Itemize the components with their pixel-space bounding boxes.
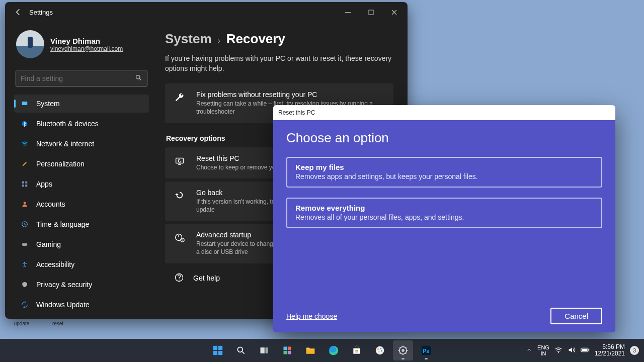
store-button[interactable] xyxy=(347,340,367,360)
sidebar-item-update[interactable]: Windows Update xyxy=(14,296,149,314)
sidebar-item-label: Apps xyxy=(36,180,52,188)
option-desc: Removes apps and settings, but keeps you… xyxy=(295,172,593,180)
search-input[interactable] xyxy=(21,74,135,82)
sidebar-item-apps[interactable]: Apps xyxy=(14,175,149,193)
option-desc: Removes all of your personal files, apps… xyxy=(295,213,593,221)
search-box[interactable] xyxy=(15,70,148,86)
svg-text:Ps: Ps xyxy=(423,348,430,354)
dialog-titlebar: Reset this PC xyxy=(273,105,615,120)
svg-point-38 xyxy=(377,348,379,350)
breadcrumb: System › Recovery xyxy=(165,31,393,47)
language-indicator[interactable]: ENGIN xyxy=(537,344,549,356)
svg-rect-29 xyxy=(288,351,291,354)
svg-point-37 xyxy=(376,346,384,355)
notification-badge[interactable]: 3 xyxy=(630,346,639,355)
svg-rect-1 xyxy=(369,10,373,15)
account-block[interactable]: Viney Dhiman vineydhiman@hotmail.com xyxy=(14,27,149,65)
account-name: Viney Dhiman xyxy=(50,37,123,45)
svg-point-40 xyxy=(381,350,382,352)
svg-point-4 xyxy=(22,121,28,127)
sidebar-item-bluetooth[interactable]: Bluetooth & devices xyxy=(14,115,149,133)
sidebar-item-time[interactable]: Time & language xyxy=(14,215,149,233)
card-title: Fix problems without resetting your PC xyxy=(196,90,384,99)
close-button[interactable] xyxy=(382,4,406,20)
chevron-right-icon: › xyxy=(218,36,220,45)
paint-button[interactable] xyxy=(370,340,390,360)
photoshop-button[interactable]: Ps xyxy=(416,340,436,360)
help-icon xyxy=(174,273,184,284)
sidebar-item-system[interactable]: System xyxy=(14,95,149,113)
svg-rect-21 xyxy=(213,351,217,355)
svg-rect-6 xyxy=(25,182,27,184)
breadcrumb-root[interactable]: System xyxy=(165,31,212,47)
svg-rect-20 xyxy=(218,346,222,350)
titlebar: Settings xyxy=(5,2,408,22)
system-tray: ENGIN 5:56 PM12/21/2021 3 xyxy=(526,344,644,357)
widgets-button[interactable] xyxy=(277,340,297,360)
svg-rect-30 xyxy=(306,349,315,353)
clock-icon xyxy=(20,220,29,229)
settings-taskbar-button[interactable] xyxy=(393,340,413,360)
svg-rect-25 xyxy=(266,347,268,353)
page-description: If you're having problems with your PC o… xyxy=(165,54,393,73)
svg-point-18 xyxy=(179,280,180,281)
bluetooth-icon xyxy=(20,119,29,128)
sidebar-item-label: Accounts xyxy=(36,200,65,208)
desktop-icon-update[interactable]: update xyxy=(9,321,34,326)
gamepad-icon xyxy=(20,240,29,249)
task-view-button[interactable] xyxy=(254,340,274,360)
reset-icon xyxy=(174,154,187,169)
svg-point-41 xyxy=(378,351,380,352)
option-title: Keep my files xyxy=(295,163,593,171)
sidebar-item-label: System xyxy=(36,100,60,108)
dialog-heading: Choose an option xyxy=(286,130,602,146)
option-remove-everything[interactable]: Remove everything Removes all of your pe… xyxy=(286,198,602,228)
maximize-button[interactable] xyxy=(359,4,382,20)
back-button[interactable] xyxy=(10,4,26,20)
search-button[interactable] xyxy=(231,340,251,360)
wifi-icon xyxy=(20,139,29,148)
svg-point-16 xyxy=(182,240,183,241)
tray-chevron-icon[interactable] xyxy=(526,347,532,354)
cancel-button[interactable]: Cancel xyxy=(550,308,602,324)
svg-rect-19 xyxy=(213,346,217,350)
sidebar-item-label: Accessibility xyxy=(36,260,74,268)
avatar xyxy=(16,30,44,58)
svg-point-12 xyxy=(24,262,25,263)
svg-point-9 xyxy=(24,202,26,204)
brush-icon xyxy=(20,159,29,168)
start-button[interactable] xyxy=(208,340,228,360)
svg-rect-3 xyxy=(22,102,28,105)
sidebar-item-label: Time & language xyxy=(36,220,89,228)
sidebar-item-privacy[interactable]: Privacy & security xyxy=(14,276,149,294)
sidebar-item-accessibility[interactable]: Accessibility xyxy=(14,255,149,274)
sidebar-item-personalization[interactable]: Personalization xyxy=(14,155,149,173)
wrench-icon xyxy=(174,90,187,105)
option-keep-files[interactable]: Keep my files Removes apps and settings,… xyxy=(286,157,602,188)
taskbar: Ps ENGIN 5:56 PM12/21/2021 3 xyxy=(0,339,644,362)
explorer-button[interactable] xyxy=(300,340,320,360)
window-controls xyxy=(336,4,406,20)
sidebar-item-accounts[interactable]: Accounts xyxy=(14,195,149,213)
reset-pc-dialog: Reset this PC Choose an option Keep my f… xyxy=(273,105,615,332)
volume-tray-icon[interactable] xyxy=(568,346,576,355)
history-icon xyxy=(174,189,187,203)
svg-point-46 xyxy=(558,352,559,353)
wifi-tray-icon[interactable] xyxy=(554,346,562,355)
sidebar-item-label: Windows Update xyxy=(36,301,90,309)
svg-rect-26 xyxy=(284,347,287,350)
help-me-choose-link[interactable]: Help me choose xyxy=(286,312,337,320)
svg-point-39 xyxy=(380,348,381,349)
sidebar-item-gaming[interactable]: Gaming xyxy=(14,235,149,253)
edge-button[interactable] xyxy=(324,340,344,360)
desktop-icon-reset[interactable]: reset xyxy=(45,321,70,326)
sidebar-item-network[interactable]: Network & internet xyxy=(14,135,149,153)
minimize-button[interactable] xyxy=(336,4,359,20)
sidebar-item-label: Network & internet xyxy=(36,140,94,148)
option-title: Remove everything xyxy=(295,204,593,212)
taskbar-clock[interactable]: 5:56 PM12/21/2021 xyxy=(595,344,625,357)
system-icon xyxy=(20,99,29,108)
svg-rect-36 xyxy=(357,351,358,352)
window-title: Settings xyxy=(29,9,336,16)
battery-tray-icon[interactable] xyxy=(581,347,590,354)
